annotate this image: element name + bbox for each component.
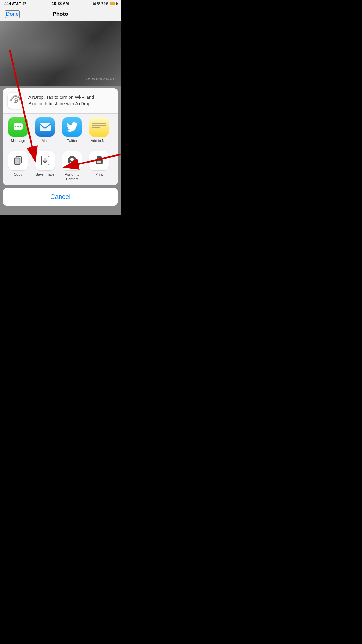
cancel-wrap: Cancel [3, 188, 118, 206]
svg-rect-7 [40, 123, 51, 131]
svg-point-4 [15, 126, 16, 127]
print-label: Print [96, 172, 103, 177]
airdrop-description: AirDrop. Tap to turn on Wi-Fi and Blueto… [28, 94, 113, 107]
status-bar: -114 AT&T 10:38 AM 74% [0, 0, 121, 7]
battery-icon [110, 2, 117, 5]
svg-rect-9 [15, 158, 20, 164]
battery-fill [110, 2, 115, 5]
message-label: Message [11, 139, 25, 143]
lock-icon [93, 2, 96, 5]
share-sheet: AirDrop. Tap to turn on Wi-Fi and Blueto… [3, 88, 118, 185]
airdrop-icon [8, 93, 24, 109]
mail-label: Mail [42, 139, 48, 143]
app-item-mail[interactable]: Mail [32, 117, 58, 143]
watermark-text: osxdaily.com [86, 76, 116, 82]
copy-icon [13, 155, 23, 166]
status-left: -114 AT&T [4, 2, 27, 5]
nav-bar: Done Photo [0, 7, 121, 21]
notes-line-1 [92, 123, 106, 124]
action-item-save-image[interactable]: Save Image [32, 151, 58, 177]
done-button[interactable]: Done [5, 10, 20, 18]
assign-contact-icon [67, 155, 77, 166]
cancel-button[interactable]: Cancel [3, 188, 118, 206]
wifi-icon [22, 2, 27, 5]
action-item-print[interactable]: Print [86, 151, 112, 177]
apps-row: Message Mail [3, 114, 118, 147]
svg-point-2 [15, 100, 17, 102]
action-item-assign-contact[interactable]: Assign to Contact [59, 151, 85, 182]
app-item-twitter[interactable]: Twitter [59, 117, 85, 143]
location-icon [97, 2, 100, 5]
svg-rect-0 [93, 3, 96, 5]
notes-lines [92, 123, 106, 129]
battery-percent: 74% [101, 2, 108, 5]
save-image-icon [40, 155, 50, 166]
action-item-copy[interactable]: Copy [5, 151, 31, 177]
copy-label: Copy [14, 172, 22, 177]
airdrop-row[interactable]: AirDrop. Tap to turn on Wi-Fi and Blueto… [3, 88, 118, 114]
twitter-app-icon [62, 117, 82, 137]
svg-rect-15 [97, 157, 101, 159]
svg-point-12 [70, 158, 74, 161]
page-container: -114 AT&T 10:38 AM 74% Done Photo osx [0, 0, 121, 215]
save-image-icon-wrap [35, 151, 55, 170]
assign-contact-icon-wrap [62, 151, 82, 170]
message-app-icon [8, 117, 28, 137]
notes-line-3 [92, 127, 100, 128]
mail-app-icon [35, 117, 55, 137]
notes-icon-inner [89, 117, 109, 137]
notes-label: Add to N... [91, 139, 107, 143]
svg-rect-14 [97, 161, 101, 163]
sheet-wrapper: AirDrop. Tap to turn on Wi-Fi and Blueto… [0, 86, 121, 215]
photo-area: osxdaily.com [0, 21, 121, 86]
status-right: 74% [93, 2, 117, 5]
page-title: Photo [52, 11, 68, 17]
app-item-notes[interactable]: Add to N... [86, 117, 112, 143]
actions-row: Copy Save Image [3, 147, 118, 185]
svg-point-5 [17, 126, 19, 127]
save-image-label: Save Image [36, 172, 55, 177]
twitter-label: Twitter [67, 139, 77, 143]
assign-contact-label: Assign to Contact [59, 172, 85, 182]
airdrop-waves-icon [10, 95, 21, 106]
copy-icon-wrap [8, 151, 28, 170]
svg-point-6 [20, 126, 21, 127]
notes-line-2 [92, 125, 106, 126]
status-time: 10:38 AM [52, 1, 69, 6]
svg-point-16 [101, 160, 102, 161]
notes-app-icon [89, 117, 109, 137]
carrier-text: -114 AT&T [4, 2, 21, 5]
print-icon-wrap [89, 151, 109, 170]
print-icon [94, 155, 104, 166]
app-item-message[interactable]: Message [5, 117, 31, 143]
